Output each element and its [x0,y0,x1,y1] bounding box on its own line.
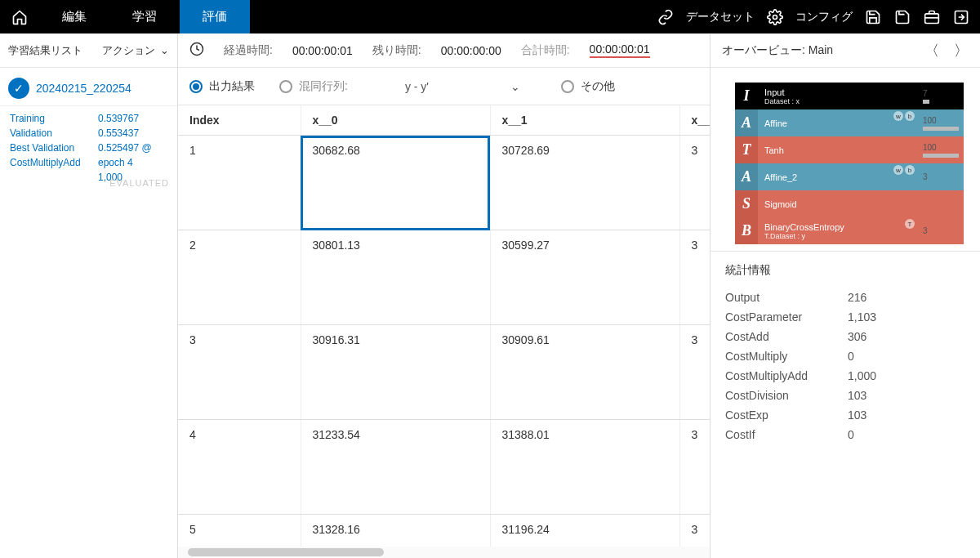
table-cell[interactable]: 4 [178,420,301,515]
table-cell[interactable]: 3 [679,325,710,420]
stat-key: Output [725,291,848,304]
dataset-label[interactable]: データセット [686,10,755,25]
table-cell[interactable]: 31328.16 [301,515,490,547]
layer-body: Affinewb [758,109,918,136]
svg-point-0 [773,15,777,19]
layer-t: T [905,219,915,229]
stat-row: CostMultiplyAdd1,000 [725,366,965,386]
config-label[interactable]: コンフィグ [795,10,853,25]
table-cell[interactable]: 3 [679,420,710,515]
toolbox-icon[interactable] [923,8,941,26]
col-header[interactable]: Index [178,105,301,136]
elapsed-label: 経過時間: [224,43,273,58]
topnav: 編集 学習 評価 [0,0,250,33]
nav-edit[interactable]: 編集 [39,0,109,33]
layer-badge: I [735,83,758,109]
table-cell[interactable]: 30916.31 [301,325,490,420]
radio-icon [561,80,574,93]
leftpanel-header: 学習結果リスト アクション ⌄ [0,33,177,68]
save-as-icon[interactable] [893,8,911,26]
table-cell[interactable]: 31196.24 [490,515,679,547]
table-cell[interactable]: 30909.61 [490,325,679,420]
metric-key: Validation [10,126,98,141]
evaluated-badge: EVALUATED [109,176,169,190]
topbar-right: データセット コンフィグ [657,0,980,33]
col-header[interactable]: x__0 [301,105,490,136]
stats-section: 統計情報 Output216CostParameter1,103CostAdd3… [710,251,980,456]
link-icon[interactable] [657,8,675,26]
action-label: アクション [102,43,155,58]
table-cell[interactable]: 31233.54 [301,420,490,515]
layer-affine[interactable]: AAffinewb100 [735,109,964,136]
table-cell[interactable]: 1 [178,136,301,230]
table-cell[interactable]: 30599.27 [490,230,679,325]
table-cell[interactable]: 2 [178,230,301,325]
stat-val: 103 [848,408,866,422]
remain-label: 残り時間: [372,43,421,58]
action-dropdown[interactable]: アクション ⌄ [102,43,169,58]
nav-train[interactable]: 学習 [109,0,180,33]
table-cell[interactable]: 3 [679,136,710,230]
table-cell[interactable]: 5 [178,515,301,547]
stat-row: CostDivision103 [725,386,965,405]
layer-body: InputDataset : x [758,83,918,109]
result-metrics: Training0.539767 Validation0.553437 Best… [0,106,177,194]
clock-icon [189,42,204,59]
table-cell[interactable]: 30682.68 [301,136,490,230]
layer-badge: S [735,190,758,217]
table-cell[interactable]: 31388.01 [490,420,679,515]
layer-name: BinaryCrossEntropy [764,222,911,232]
next-arrow-icon[interactable]: 〉 [954,41,969,60]
layer-tanh[interactable]: TTanh100 [735,136,964,163]
result-item[interactable]: ✓ 20240215_220254 [0,68,177,106]
view-confusion[interactable]: 混同行列: [279,79,348,94]
layer-binarycrossentropy[interactable]: BBinaryCrossEntropyT.Dataset : yT3 [735,217,964,244]
layer-name: Affine [764,118,911,128]
layer-input[interactable]: IInputDataset : x7 [735,83,964,109]
metric-key: Training [10,111,98,126]
result-name: 20240215_220254 [36,82,131,95]
dd-label: y - y' [405,80,429,93]
view-other-label: その他 [581,79,615,94]
check-icon: ✓ [8,78,29,99]
gear-icon[interactable] [766,8,784,26]
metric-val: 0.553437 [98,126,139,141]
layer-sigmoid[interactable]: SSigmoid [735,190,964,217]
table-cell[interactable]: 30728.69 [490,136,679,230]
layer-badge: A [735,109,758,136]
prev-arrow-icon[interactable]: 〈 [924,41,939,60]
stat-row: CostIf0 [725,425,965,444]
stat-row: CostMultiply0 [725,346,965,366]
table-row: 431233.5431388.013 [178,420,710,515]
stat-val: 103 [848,389,866,402]
col-header[interactable]: x__2 [679,105,710,136]
confusion-dropdown[interactable]: y - y'⌄ [405,80,520,93]
view-other[interactable]: その他 [561,79,615,94]
layer-affine_2[interactable]: AAffine_2wb3 [735,163,964,190]
metric-key: CostMultiplyAdd [10,155,98,170]
stat-key: CostMultiplyAdd [725,369,848,382]
view-output[interactable]: 出力結果 [189,79,255,94]
stat-key: CostParameter [725,310,848,324]
col-header[interactable]: x__1 [490,105,679,136]
export-icon[interactable] [952,8,970,26]
layer-side: 3 [918,217,964,244]
horizontal-scrollbar[interactable] [178,547,710,558]
save-icon[interactable] [864,8,882,26]
stat-val: 1,000 [848,369,876,382]
table-cell[interactable]: 3 [178,325,301,420]
remain-value: 00:00:00:00 [441,44,501,57]
table-row: 130682.6830728.693 [178,136,710,230]
svg-rect-1 [925,13,939,23]
table-cell[interactable]: 3 [679,230,710,325]
nav-eval[interactable]: 評価 [180,0,250,33]
table-cell[interactable]: 30801.13 [301,230,490,325]
stat-key: CostExp [725,408,848,422]
home-button[interactable] [0,0,39,33]
radio-icon [279,80,292,93]
stat-row: CostAdd306 [725,327,965,346]
scrollbar-thumb[interactable] [188,548,384,556]
table-cell[interactable]: 3 [679,515,710,547]
metric-key: Best Validation [10,141,98,155]
layer-side: 100 [918,109,964,136]
